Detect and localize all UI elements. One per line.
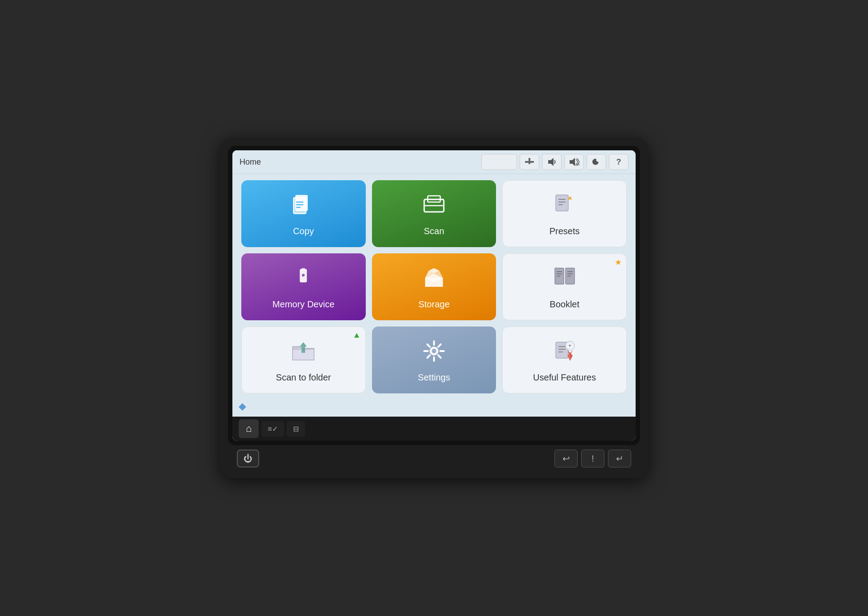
hardware-buttons: ↩ ! ↵ — [554, 450, 631, 467]
useful-features-tile[interactable]: + Useful Features — [502, 327, 627, 393]
svg-line-38 — [427, 344, 430, 347]
svg-rect-14 — [556, 195, 568, 211]
screen-nav-bar: ⌂ ≡✓ ⊟ — [232, 417, 636, 441]
return-button[interactable]: ↵ — [608, 450, 631, 467]
settings-label: Settings — [418, 372, 450, 383]
scan-label: Scan — [424, 226, 444, 236]
svg-line-41 — [427, 355, 430, 358]
settings-tile[interactable]: Settings — [372, 327, 496, 393]
memory-label: Memory Device — [273, 299, 335, 310]
svg-text:+: + — [568, 343, 571, 349]
search-box[interactable] — [481, 154, 517, 170]
presets-label: Presets — [550, 226, 580, 236]
svg-rect-21 — [302, 281, 305, 282]
screen: Home — [232, 150, 636, 441]
scan-tile[interactable]: Scan — [372, 180, 496, 247]
svg-point-33 — [432, 349, 436, 353]
sound-off-icon[interactable]: OFF — [564, 154, 584, 170]
screen-bottom-bar: ◆ — [232, 398, 636, 417]
page-title: Home — [240, 157, 261, 167]
scan-icon — [421, 191, 447, 222]
storage-label: Storage — [418, 299, 450, 310]
storage-icon — [421, 265, 447, 295]
app-grid: Copy Scan — [232, 174, 636, 398]
svg-point-22 — [302, 273, 305, 277]
scan-to-folder-icon — [290, 338, 317, 368]
memory-device-icon — [290, 265, 317, 295]
svg-rect-6 — [293, 198, 306, 214]
task-nav-button[interactable]: ≡✓ — [261, 421, 284, 437]
help-icon[interactable]: ? — [609, 154, 628, 170]
settings-icon — [421, 338, 447, 368]
device-frame: Home — [220, 138, 648, 478]
svg-line-40 — [438, 344, 441, 347]
memory-tile[interactable]: Memory Device — [241, 253, 366, 320]
header-bar: Home — [232, 150, 636, 174]
sound-icon[interactable] — [542, 154, 562, 170]
night-mode-icon[interactable] — [587, 154, 606, 170]
scan-folder-tile[interactable]: ▲ Scan to folder — [241, 327, 366, 393]
booklet-label: Booklet — [550, 299, 579, 310]
star-badge: ★ — [615, 257, 622, 267]
alert-button[interactable]: ! — [581, 450, 604, 467]
svg-line-39 — [438, 355, 441, 358]
scan-folder-label: Scan to folder — [276, 372, 331, 383]
diamond-indicator: ◆ — [237, 401, 246, 412]
home-nav-button[interactable]: ⌂ — [239, 419, 259, 438]
header-icons: OFF ? — [481, 154, 628, 170]
useful-features-label: Useful Features — [533, 372, 596, 383]
info-icon[interactable] — [520, 154, 539, 170]
copy-label: Copy — [293, 226, 314, 236]
copy-tile[interactable]: Copy — [241, 180, 366, 247]
back-button[interactable]: ↩ — [554, 450, 578, 467]
power-button[interactable]: ⏻ — [237, 450, 259, 467]
booklet-tile[interactable]: ★ Booklet — [502, 253, 627, 320]
svg-marker-2 — [548, 158, 554, 166]
presets-tile[interactable]: Presets — [502, 180, 627, 247]
svg-rect-20 — [302, 268, 305, 271]
presets-icon — [551, 191, 578, 222]
booklet-icon — [551, 265, 578, 295]
screen-bezel: Home — [228, 146, 640, 445]
copy-icon — [290, 191, 317, 222]
print-nav-button[interactable]: ⊟ — [287, 421, 305, 437]
scan-folder-star: ▲ — [353, 331, 361, 340]
svg-rect-1 — [525, 161, 534, 163]
useful-features-icon: + — [551, 338, 578, 368]
storage-tile[interactable]: Storage — [372, 253, 496, 320]
device-hardware-bar: ⏻ ↩ ! ↵ — [228, 445, 640, 470]
